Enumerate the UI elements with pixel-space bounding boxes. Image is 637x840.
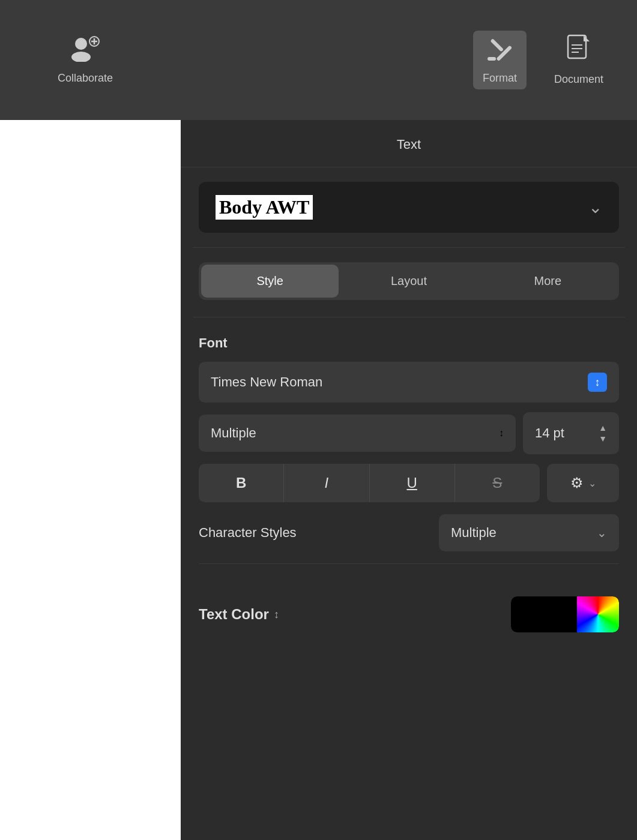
format-label: Format — [483, 72, 517, 85]
font-style-select[interactable]: Multiple ↕ — [199, 415, 516, 452]
document-label: Document — [554, 73, 603, 86]
format-icon — [486, 35, 513, 67]
tab-bar: Style Layout More — [199, 262, 619, 300]
font-section: Font Times New Roman ↕ Multiple ↕ — [181, 329, 637, 590]
divider-1 — [193, 247, 625, 248]
svg-point-1 — [71, 52, 91, 62]
collaborate-icon — [70, 35, 100, 67]
char-styles-select[interactable]: Multiple ⌄ — [439, 514, 619, 551]
svg-point-0 — [75, 38, 87, 50]
document-button[interactable]: Document — [545, 29, 613, 91]
char-styles-chevron-icon: ⌄ — [597, 526, 607, 540]
font-family-value: Times New Roman — [211, 374, 322, 390]
tab-layout[interactable]: Layout — [340, 265, 477, 298]
black-color-swatch[interactable] — [511, 596, 577, 632]
gear-dropdown-arrow: ⌄ — [588, 478, 596, 489]
document-icon — [567, 34, 591, 68]
font-style-row: Multiple ↕ 14 pt ▲ ▼ — [199, 412, 619, 454]
document-area — [0, 120, 181, 840]
color-swatch-group — [511, 596, 619, 632]
toolbar-right: Format Document — [473, 29, 613, 91]
right-panel: Text Body AWT ⌄ Style Layout More Font — [181, 120, 637, 840]
panel-header: Text — [181, 120, 637, 167]
format-button[interactable]: Format — [473, 31, 527, 89]
panel-title: Text — [397, 137, 421, 152]
text-color-row: Text Color ↕ — [181, 596, 637, 632]
svg-rect-7 — [488, 57, 496, 61]
text-color-label: Text Color ↕ — [199, 606, 279, 623]
underline-button[interactable]: U — [370, 464, 455, 502]
bold-button[interactable]: B — [199, 464, 284, 502]
tab-style[interactable]: Style — [201, 265, 339, 298]
text-color-stepper-icon: ↕ — [274, 608, 279, 621]
format-buttons-row: B I U S ⚙ ⌄ — [199, 464, 619, 502]
style-dropdown[interactable]: Body AWT ⌄ — [199, 182, 619, 233]
font-size-value: 14 pt — [535, 425, 564, 441]
font-family-stepper-icon: ↕ — [588, 373, 607, 392]
strikethrough-button[interactable]: S — [455, 464, 540, 502]
divider-3 — [199, 563, 619, 564]
font-section-title: Font — [199, 335, 619, 351]
color-wheel-button[interactable] — [577, 596, 619, 632]
italic-button[interactable]: I — [284, 464, 369, 502]
char-styles-row: Character Styles Multiple ⌄ — [199, 514, 619, 551]
format-btn-group: B I U S — [199, 464, 540, 502]
style-chevron-icon: ⌄ — [588, 197, 602, 217]
gear-button[interactable]: ⚙ ⌄ — [547, 464, 619, 502]
collaborate-label: Collaborate — [58, 72, 113, 85]
font-family-row: Times New Roman ↕ — [199, 362, 619, 403]
font-style-stepper-icon: ↕ — [499, 428, 504, 439]
font-family-select[interactable]: Times New Roman ↕ — [199, 362, 619, 403]
tab-more[interactable]: More — [479, 265, 617, 298]
divider-2 — [193, 317, 625, 317]
toolbar: Collaborate Format — [0, 0, 637, 120]
svg-rect-6 — [491, 38, 504, 52]
gear-icon: ⚙ — [570, 475, 584, 491]
svg-rect-8 — [568, 35, 586, 58]
style-dropdown-wrapper: Body AWT ⌄ — [181, 167, 637, 247]
toolbar-left: Collaborate — [48, 31, 122, 89]
collaborate-button[interactable]: Collaborate — [48, 31, 122, 89]
font-size-control[interactable]: 14 pt ▲ ▼ — [523, 412, 619, 454]
char-styles-value: Multiple — [451, 525, 497, 541]
main-content: Text Body AWT ⌄ Style Layout More Font — [0, 120, 637, 840]
font-style-value: Multiple — [211, 425, 256, 441]
char-styles-label: Character Styles — [199, 525, 297, 541]
style-value: Body AWT — [216, 195, 313, 220]
font-size-stepper: ▲ ▼ — [599, 423, 607, 443]
